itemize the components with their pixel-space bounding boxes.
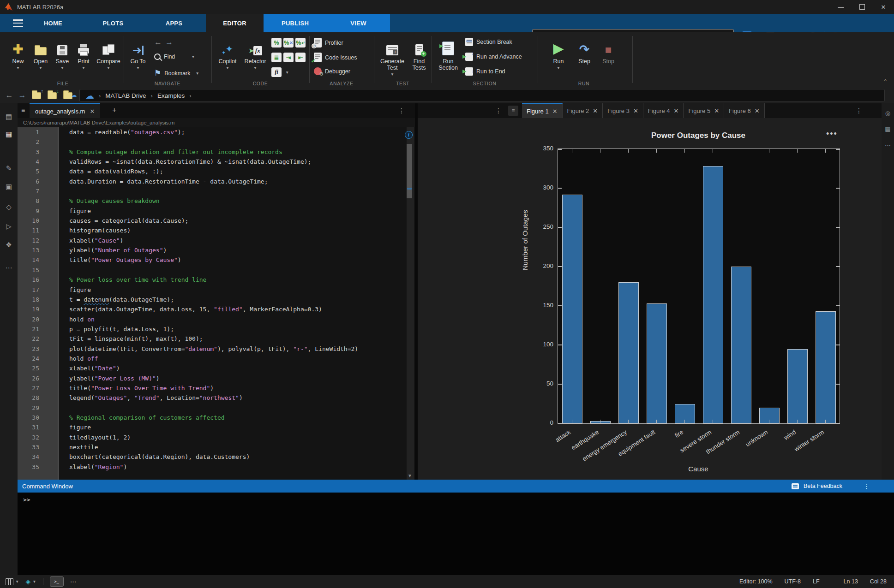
- code-line[interactable]: 25xlabel("Date"): [18, 363, 415, 373]
- code-line[interactable]: 1data = readtable("outages.csv");: [18, 127, 415, 137]
- code-line[interactable]: 15: [18, 265, 415, 275]
- run-button[interactable]: ▶ Run▼: [547, 37, 570, 70]
- new-tab-icon[interactable]: +: [112, 106, 116, 114]
- more-panels-icon[interactable]: ⋯: [0, 264, 18, 272]
- comment-button[interactable]: %: [271, 38, 282, 48]
- inspector-panel-icon[interactable]: ◎: [882, 110, 894, 117]
- code-line[interactable]: 19scatter(data.OutageTime, data.Loss, 15…: [18, 304, 415, 314]
- command-window-header[interactable]: Command Window Beta Feedback ⋮: [18, 480, 894, 493]
- figure-tab[interactable]: Figure 3✕: [603, 103, 643, 118]
- code-line[interactable]: 17figure: [18, 285, 415, 295]
- nav-forward-icon[interactable]: →: [165, 38, 173, 47]
- quick-tools-button[interactable]: ◈▼: [25, 578, 36, 585]
- bar-wind[interactable]: [787, 349, 808, 424]
- document-list-icon[interactable]: ≡: [21, 107, 25, 114]
- stop-button[interactable]: ■ Stop: [598, 37, 619, 65]
- info-indicator-icon[interactable]: i: [405, 131, 413, 139]
- figure-tab[interactable]: Figure 2✕: [563, 103, 603, 118]
- bar-attack[interactable]: [562, 195, 582, 423]
- code-line[interactable]: 5data = data(validRows, :);: [18, 166, 415, 176]
- statusbar-more-icon[interactable]: ⋯: [70, 578, 77, 585]
- refactor-button[interactable]: ➤fx Refactor▼: [242, 37, 269, 70]
- terminal-button[interactable]: >_: [50, 576, 64, 587]
- warning-marker[interactable]: [407, 188, 412, 190]
- status-eol[interactable]: LF: [813, 578, 820, 585]
- new-folder-icon[interactable]: ↓: [44, 92, 60, 99]
- code-line[interactable]: 12xlabel("Cause"): [18, 236, 415, 245]
- command-window[interactable]: >>: [18, 493, 894, 575]
- compare-button[interactable]: Compare▼: [95, 37, 122, 70]
- scroll-down-icon[interactable]: ▼: [408, 473, 412, 478]
- section-break-button[interactable]: Section Break: [465, 38, 512, 46]
- code-line[interactable]: 33nexttile: [18, 442, 415, 452]
- layout-panel-icon[interactable]: ▦: [882, 125, 894, 132]
- figure-tabbar-menu-icon[interactable]: ⋮: [495, 107, 502, 114]
- tab-publish[interactable]: PUBLISH: [264, 14, 327, 32]
- code-line[interactable]: 35xlabel("Region"): [18, 462, 415, 472]
- editor-scrollbar[interactable]: i ▼: [407, 127, 414, 480]
- run-to-end-button[interactable]: ▶↓ Run to End: [465, 67, 505, 76]
- figure-tab[interactable]: Figure 1✕: [522, 103, 563, 118]
- bar-thunder-storm[interactable]: [731, 267, 751, 423]
- run-section-button[interactable]: Run Section: [435, 37, 462, 71]
- indent-right-button[interactable]: ⇥: [283, 53, 294, 62]
- workspace-panel-icon[interactable]: ▦: [0, 130, 18, 138]
- scrollbar-thumb[interactable]: [407, 144, 412, 198]
- tab-plots[interactable]: PLOTS: [88, 14, 138, 32]
- simulink-panel-icon[interactable]: ▷: [0, 222, 18, 231]
- format-button[interactable]: fi: [271, 67, 282, 77]
- code-line[interactable]: 24hold off: [18, 354, 415, 363]
- code-line[interactable]: 32tiledlayout(1, 2): [18, 433, 415, 442]
- files-panel-icon[interactable]: ▤: [0, 113, 18, 121]
- tab-apps[interactable]: APPS: [149, 14, 199, 32]
- matlab-drive-cloud-icon[interactable]: ☁: [85, 91, 94, 100]
- profiler-button[interactable]: ◷ Profiler: [314, 38, 343, 48]
- close-figure-icon[interactable]: ✕: [674, 107, 679, 114]
- wrap-comments-button[interactable]: %↵: [295, 38, 306, 48]
- bar-winter-storm[interactable]: [816, 311, 836, 423]
- indent-left-button[interactable]: ⇤: [295, 53, 306, 62]
- close-figure-icon[interactable]: ✕: [552, 108, 558, 115]
- code-line[interactable]: 16% Power loss over time with trend line: [18, 275, 415, 285]
- status-editor-zoom[interactable]: Editor: 100%: [739, 578, 773, 585]
- find-tests-button[interactable]: + Find Tests: [408, 37, 430, 71]
- close-button[interactable]: ✕: [873, 0, 894, 14]
- code-line[interactable]: 18t = datenum(data.OutageTime);: [18, 295, 415, 304]
- figure-tab[interactable]: Figure 6✕: [724, 103, 765, 118]
- minimize-button[interactable]: —: [830, 0, 852, 14]
- code-line[interactable]: 10causes = categorical(data.Cause);: [18, 216, 415, 226]
- debugger-button[interactable]: ⚙ Debugger: [314, 67, 350, 75]
- tab-view[interactable]: VIEW: [327, 14, 390, 32]
- bar-energy-emergency[interactable]: [618, 282, 639, 423]
- code-line[interactable]: 31figure: [18, 422, 415, 432]
- close-tab-icon[interactable]: ✕: [90, 108, 95, 115]
- code-line[interactable]: 26ylabel("Power Loss (MW)"): [18, 374, 415, 383]
- generate-test-button[interactable]: T Generate Test▼: [378, 37, 406, 76]
- status-encoding[interactable]: UTF-8: [785, 578, 801, 585]
- cloud-folder-icon[interactable]: ☁: [60, 92, 76, 99]
- figure-tab[interactable]: Figure 4✕: [643, 103, 684, 118]
- find-button[interactable]: Find ▼: [154, 53, 195, 60]
- maximize-button[interactable]: [852, 0, 873, 14]
- close-figure-icon[interactable]: ✕: [633, 107, 638, 114]
- code-line[interactable]: 13ylabel("Number of Outages"): [18, 245, 415, 255]
- smart-indent-button[interactable]: ≣: [271, 53, 282, 62]
- close-figure-icon[interactable]: ✕: [755, 107, 760, 114]
- collapse-toolstrip-icon[interactable]: ⌃: [883, 78, 888, 85]
- code-line[interactable]: 28legend("Outages", "Trend", Location="n…: [18, 393, 415, 403]
- figure-tab[interactable]: Figure 5✕: [684, 103, 724, 118]
- bar-severe-storm[interactable]: [703, 166, 723, 423]
- code-editor[interactable]: 1data = readtable("outages.csv");23% Com…: [18, 127, 415, 480]
- tab-editor[interactable]: EDITOR: [206, 14, 264, 32]
- code-line[interactable]: 29: [18, 403, 415, 413]
- editor-panel-icon[interactable]: ✎: [0, 164, 18, 172]
- nav-back-icon[interactable]: ←: [154, 38, 162, 47]
- history-back-icon[interactable]: ←: [3, 91, 16, 100]
- breadcrumb-item-examples[interactable]: Examples: [157, 92, 185, 99]
- code-issues-button[interactable]: ✔ Code Issues: [314, 53, 357, 62]
- editor-tab-menu-icon[interactable]: ⋮: [398, 107, 405, 114]
- code-line[interactable]: 14title("Power Outages by Cause"): [18, 255, 415, 265]
- open-button[interactable]: Open▼: [30, 37, 52, 70]
- code-line[interactable]: 4validRows = ~isnat(data.RestorationTime…: [18, 157, 415, 166]
- uncomment-button[interactable]: %✕: [283, 38, 294, 48]
